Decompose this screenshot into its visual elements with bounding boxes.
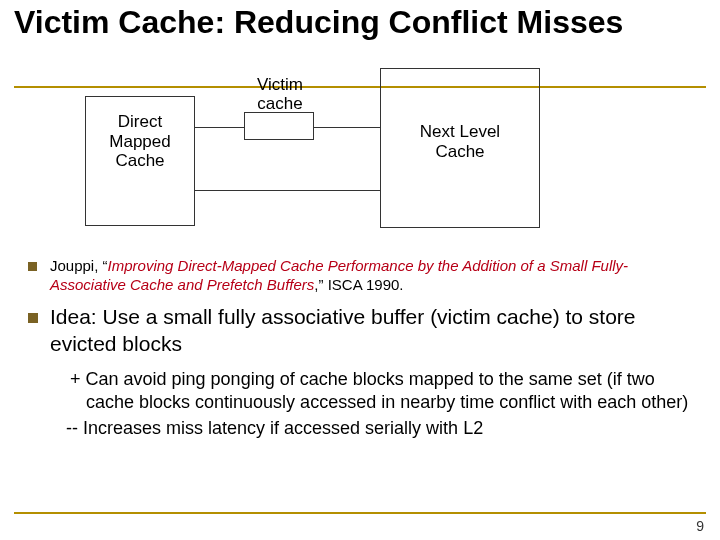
sub-point-minus: -- Increases miss latency if accessed se… [58,417,700,440]
connector-vc-to-nlc [314,127,380,128]
bullet-text-reference: Jouppi, “Improving Direct-Mapped Cache P… [50,256,700,294]
page-number: 9 [696,518,704,534]
diagram: Direct Mapped Cache Next Level Cache Vic… [0,60,720,240]
sub-point-plus: + Can avoid ping ponging of cache blocks… [58,368,700,413]
slide-title: Victim Cache: Reducing Conflict Misses [14,4,706,41]
idea-rest: Use a small fully associative buffer (vi… [50,305,636,355]
connector-dmc-to-vc [195,127,244,128]
direct-mapped-cache-box [85,96,195,226]
bullet-icon [28,262,50,271]
bottom-rule [14,512,706,514]
next-level-cache-box [380,68,540,228]
idea-prefix: Idea: [50,305,103,328]
slide: Victim Cache: Reducing Conflict Misses D… [0,0,720,540]
bullet-text-idea: Idea: Use a small fully associative buff… [50,304,700,358]
bullet-idea: Idea: Use a small fully associative buff… [20,304,700,358]
ref-suffix: ,” ISCA 1990. [314,276,403,293]
ref-prefix: Jouppi, “ [50,257,108,274]
connector-dmc-to-nlc [195,190,380,191]
victim-cache-box [244,112,314,140]
sub-points: + Can avoid ping ponging of cache blocks… [58,368,700,440]
bullet-icon [28,313,50,323]
bullet-reference: Jouppi, “Improving Direct-Mapped Cache P… [20,256,700,294]
victim-cache-label: Victim cache [240,76,320,113]
body-content: Jouppi, “Improving Direct-Mapped Cache P… [20,256,700,440]
